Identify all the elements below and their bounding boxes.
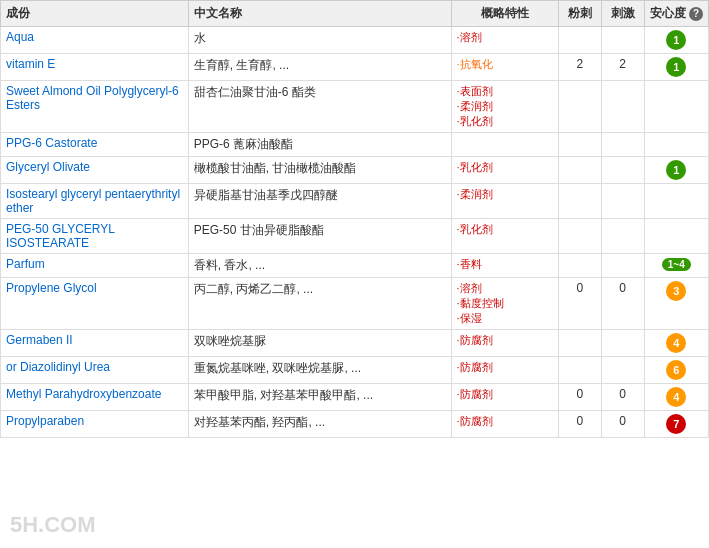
table-row-chinese: 生育醇, 生育醇, ... bbox=[188, 54, 451, 81]
table-row-blackheads: 0 bbox=[558, 411, 601, 438]
table-row-blackheads bbox=[558, 27, 601, 54]
table-row-irritation bbox=[601, 133, 644, 157]
table-row-irritation bbox=[601, 27, 644, 54]
table-row-ingredient: Germaben II bbox=[1, 330, 189, 357]
table-row-ingredient: Methyl Parahydroxybenzoate bbox=[1, 384, 189, 411]
table-row-ingredient: or Diazolidinyl Urea bbox=[1, 357, 189, 384]
table-row-chinese: 甜杏仁油聚甘油-6 酯类 bbox=[188, 81, 451, 133]
table-row-safety bbox=[644, 133, 708, 157]
header-blackheads: 粉刺 bbox=[558, 1, 601, 27]
table-row-chinese: 双咪唑烷基脲 bbox=[188, 330, 451, 357]
table-row-blackheads bbox=[558, 157, 601, 184]
table-row-blackheads bbox=[558, 81, 601, 133]
table-row-safety bbox=[644, 81, 708, 133]
table-row-chinese: 重氮烷基咪唑, 双咪唑烷基脲, ... bbox=[188, 357, 451, 384]
table-row-irritation bbox=[601, 357, 644, 384]
help-icon[interactable]: ? bbox=[689, 7, 703, 21]
table-row-ingredient: PPG-6 Castorate bbox=[1, 133, 189, 157]
table-row-blackheads bbox=[558, 133, 601, 157]
table-row-chinese: 橄榄酸甘油酯, 甘油橄榄油酸酯 bbox=[188, 157, 451, 184]
watermark: 5H.COM bbox=[10, 512, 96, 538]
table-row-safety: 3 bbox=[644, 278, 708, 330]
table-row-safety: 6 bbox=[644, 357, 708, 384]
table-row-tags: ·溶剂 bbox=[451, 27, 558, 54]
table-row-blackheads bbox=[558, 254, 601, 278]
table-row-irritation bbox=[601, 254, 644, 278]
table-row-chinese: PPG-6 蓖麻油酸酯 bbox=[188, 133, 451, 157]
table-row-irritation bbox=[601, 219, 644, 254]
table-row-irritation: 2 bbox=[601, 54, 644, 81]
table-row-safety: 1~4 bbox=[644, 254, 708, 278]
table-row-safety: 1 bbox=[644, 54, 708, 81]
table-row-ingredient: Parfum bbox=[1, 254, 189, 278]
table-row-irritation: 0 bbox=[601, 411, 644, 438]
table-row-chinese: 异硬脂基甘油基季戊四醇醚 bbox=[188, 184, 451, 219]
table-row-irritation bbox=[601, 184, 644, 219]
header-safety: 安心度 ? bbox=[644, 1, 708, 27]
table-row-safety bbox=[644, 184, 708, 219]
table-row-irritation bbox=[601, 330, 644, 357]
table-row-ingredient: PEG-50 GLYCERYL ISOSTEARATE bbox=[1, 219, 189, 254]
table-row-ingredient: Glyceryl Olivate bbox=[1, 157, 189, 184]
table-row-ingredient: Propylene Glycol bbox=[1, 278, 189, 330]
table-row-blackheads bbox=[558, 330, 601, 357]
table-row-irritation: 0 bbox=[601, 278, 644, 330]
table-row-irritation bbox=[601, 81, 644, 133]
table-row-chinese: 水 bbox=[188, 27, 451, 54]
table-row-safety: 1 bbox=[644, 27, 708, 54]
table-row-ingredient: Propylparaben bbox=[1, 411, 189, 438]
table-row-safety: 4 bbox=[644, 330, 708, 357]
table-row-ingredient: Isostearyl glyceryl pentaerythrityl ethe… bbox=[1, 184, 189, 219]
header-ingredient: 成份 bbox=[1, 1, 189, 27]
table-row-chinese: 苯甲酸甲脂, 对羟基苯甲酸甲酯, ... bbox=[188, 384, 451, 411]
table-row-safety bbox=[644, 219, 708, 254]
table-row-tags: ·防腐剂 bbox=[451, 384, 558, 411]
table-row-blackheads bbox=[558, 357, 601, 384]
table-row-blackheads: 0 bbox=[558, 384, 601, 411]
table-row-irritation: 0 bbox=[601, 384, 644, 411]
table-row-tags: ·香料 bbox=[451, 254, 558, 278]
header-properties: 概略特性 bbox=[451, 1, 558, 27]
table-row-tags: ·防腐剂 bbox=[451, 357, 558, 384]
table-row-tags: ·乳化剂 bbox=[451, 157, 558, 184]
table-row-safety: 4 bbox=[644, 384, 708, 411]
table-row-irritation bbox=[601, 157, 644, 184]
table-row-ingredient: vitamin E bbox=[1, 54, 189, 81]
table-row-tags bbox=[451, 133, 558, 157]
table-row-tags: ·抗氧化 bbox=[451, 54, 558, 81]
table-row-ingredient: Sweet Almond Oil Polyglyceryl-6 Esters bbox=[1, 81, 189, 133]
table-row-safety: 1 bbox=[644, 157, 708, 184]
table-row-blackheads: 2 bbox=[558, 54, 601, 81]
table-row-tags: ·表面剂·柔润剂·乳化剂 bbox=[451, 81, 558, 133]
table-row-blackheads bbox=[558, 184, 601, 219]
header-chinese: 中文名称 bbox=[188, 1, 451, 27]
table-row-ingredient: Aqua bbox=[1, 27, 189, 54]
table-row-safety: 7 bbox=[644, 411, 708, 438]
table-row-tags: ·柔润剂 bbox=[451, 184, 558, 219]
table-row-blackheads bbox=[558, 219, 601, 254]
table-row-chinese: PEG-50 甘油异硬脂酸酯 bbox=[188, 219, 451, 254]
table-row-tags: ·防腐剂 bbox=[451, 330, 558, 357]
header-irritation: 刺激 bbox=[601, 1, 644, 27]
table-row-chinese: 丙二醇, 丙烯乙二醇, ... bbox=[188, 278, 451, 330]
table-row-tags: ·溶剂·黏度控制·保湿 bbox=[451, 278, 558, 330]
table-row-tags: ·乳化剂 bbox=[451, 219, 558, 254]
table-row-tags: ·防腐剂 bbox=[451, 411, 558, 438]
table-row-chinese: 香料, 香水, ... bbox=[188, 254, 451, 278]
table-row-blackheads: 0 bbox=[558, 278, 601, 330]
table-row-chinese: 对羟基苯丙酯, 羟丙酯, ... bbox=[188, 411, 451, 438]
